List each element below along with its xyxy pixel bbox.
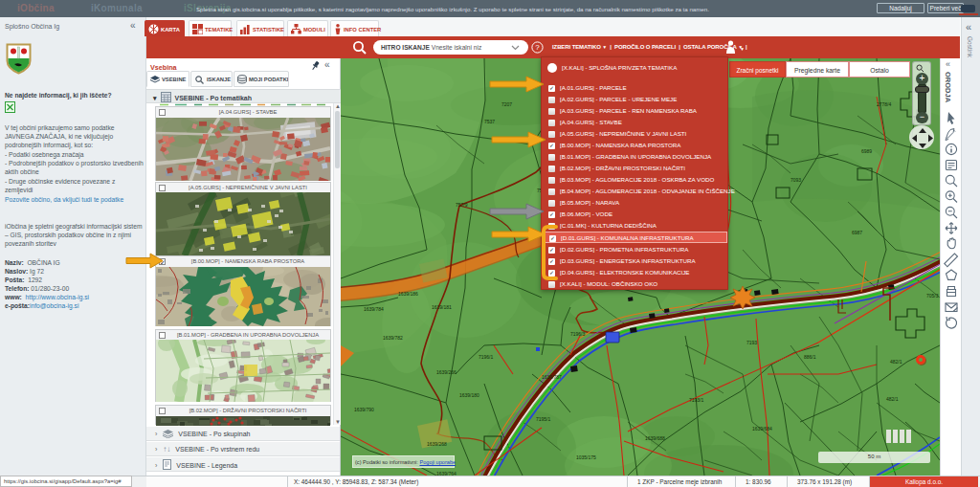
svg-text:482/1: 482/1 [890,359,902,365]
svg-text:7195/1: 7195/1 [536,416,551,422]
svg-text:?: ? [535,43,540,52]
svg-text:1639/784: 1639/784 [364,306,384,312]
svg-text:757/9: 757/9 [456,202,468,208]
svg-text:6989: 6989 [861,148,872,154]
svg-text:1639/782: 1639/782 [383,335,403,341]
svg-text:705/3: 705/3 [926,293,939,299]
svg-text:7196/1: 7196/1 [479,354,494,360]
svg-text:1639/186: 1639/186 [398,291,418,297]
svg-text:6987: 6987 [852,230,862,235]
svg-text:482/1: 482/1 [886,396,899,402]
svg-text:1639/688: 1639/688 [645,435,665,441]
svg-text:1639/790: 1639/790 [354,407,374,412]
svg-text:1639/268: 1639/268 [427,441,447,447]
svg-text:7207: 7207 [501,101,512,107]
svg-text:1035/175: 1035/175 [576,454,596,460]
svg-text:886/1: 886/1 [804,354,816,360]
svg-text:7196/3: 7196/3 [570,331,586,337]
svg-text:7193/1: 7193/1 [689,397,704,403]
svg-text:1639/180: 1639/180 [459,392,479,398]
svg-text:2778/4: 2778/4 [877,101,892,107]
svg-text:7537: 7537 [484,119,495,124]
svg-text:1639/266: 1639/266 [436,369,457,375]
svg-text:1639/684: 1639/684 [752,426,772,432]
svg-text:1639/181: 1639/181 [432,304,452,310]
svg-text:1639/787: 1639/787 [542,374,562,380]
svg-text:7093: 7093 [791,177,801,183]
svg-text:7193: 7193 [746,340,757,345]
